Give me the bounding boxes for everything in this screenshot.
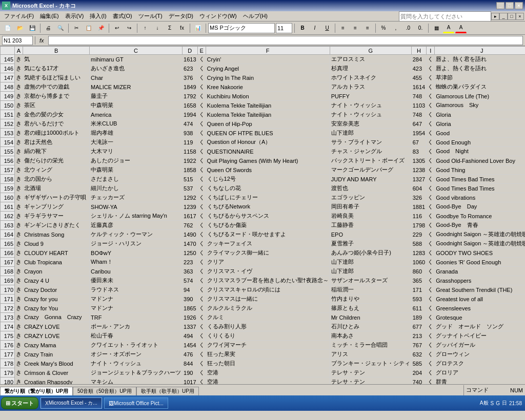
cell-h-153[interactable]: 1954: [411, 129, 426, 138]
cell-c-172[interactable]: マドンナ: [90, 304, 183, 313]
cell-a-176[interactable]: き: [15, 341, 23, 350]
cell-a-165[interactable]: き: [15, 239, 23, 248]
cell-f-155[interactable]: QUESTIONNAIRE: [206, 147, 330, 156]
cell-i-170[interactable]: く: [427, 285, 435, 295]
row-header[interactable]: 159: [1, 184, 15, 193]
cell-d-178[interactable]: 844: [183, 359, 197, 368]
col-header-c[interactable]: C: [90, 47, 183, 55]
cell-b-176[interactable]: Crazy Mama: [23, 341, 90, 350]
cell-b-148[interactable]: 虚無の中での遊戯: [23, 82, 90, 92]
cell-b-145[interactable]: 気: [23, 55, 90, 64]
cell-g-179[interactable]: テレサ・テン: [330, 368, 411, 377]
cell-i-162[interactable]: く: [427, 212, 435, 221]
cell-d-152[interactable]: 474: [183, 119, 197, 129]
cell-j-158[interactable]: Good Times Bad Times: [435, 175, 525, 184]
cell-j-167[interactable]: Goonies 'R' Good Enough: [435, 258, 525, 267]
cell-e-179[interactable]: く: [197, 368, 206, 377]
comma-button[interactable]: ,: [390, 23, 401, 33]
cell-h-173[interactable]: 189: [411, 313, 426, 322]
cell-e-155[interactable]: く: [197, 147, 206, 156]
cell-d-170[interactable]: 94: [183, 285, 197, 295]
table-row[interactable]: 180きCroatian Rhapsodyマキシム1017く空港テレサ・テン74…: [1, 377, 526, 385]
cell-j-145[interactable]: 唇よ、熱く君を語れ: [435, 55, 525, 64]
cell-d-180[interactable]: 1017: [183, 377, 197, 385]
cell-h-147[interactable]: 455: [411, 73, 426, 82]
col-header-d[interactable]: D: [183, 47, 197, 55]
row-header[interactable]: 169: [1, 276, 15, 285]
cell-h-156[interactable]: 1305: [411, 156, 426, 165]
cell-h-146[interactable]: 423: [411, 64, 426, 73]
cell-a-147[interactable]: き: [15, 73, 23, 82]
cell-j-151[interactable]: Gloria: [435, 110, 525, 119]
menu-file[interactable]: ファイル(F): [1, 12, 37, 20]
cell-f-152[interactable]: Queen of Hip-Pop: [206, 119, 330, 129]
cell-c-169[interactable]: 優田来未: [90, 276, 183, 285]
cell-e-145[interactable]: く: [197, 55, 206, 64]
cell-j-153[interactable]: Good: [435, 129, 525, 138]
cell-d-156[interactable]: 1922: [183, 156, 197, 165]
align-center-button[interactable]: ≡: [350, 23, 361, 33]
cell-g-175[interactable]: 南本あさ: [330, 331, 411, 341]
table-row[interactable]: 162きギラギラサマーシェリル・ノム starring May'n1617くくち…: [1, 212, 526, 221]
table-row[interactable]: 166きCLOUDY HEARTBOΦwY1250くクライマックス御一緒にあんみ…: [1, 248, 526, 258]
cell-e-171[interactable]: く: [197, 295, 206, 304]
cell-h-163[interactable]: 1798: [411, 221, 426, 230]
cell-b-154[interactable]: 君は天然色: [23, 138, 90, 147]
cell-j-164[interactable]: Goodnight Saigon ～英雄達の朝焼歌: [435, 230, 525, 239]
cell-i-173[interactable]: く: [427, 313, 435, 322]
cell-i-153[interactable]: く: [427, 129, 435, 138]
cell-h-151[interactable]: 748: [411, 110, 426, 119]
cell-h-172[interactable]: 611: [411, 304, 426, 313]
cell-f-174[interactable]: くるみ割り人形: [206, 322, 330, 331]
row-header[interactable]: 162: [1, 212, 15, 221]
cell-i-156[interactable]: く: [427, 156, 435, 165]
cell-a-173[interactable]: き: [15, 313, 23, 322]
cell-g-164[interactable]: EPO: [330, 230, 411, 239]
cell-d-176[interactable]: 1454: [183, 341, 197, 350]
cell-d-160[interactable]: 1292: [183, 193, 197, 202]
table-row[interactable]: 147き気絶するほど悩ましいChar376くCrying In The Rain…: [1, 73, 526, 82]
cell-a-146[interactable]: き: [15, 64, 23, 73]
cell-g-149[interactable]: PUFFY: [330, 92, 411, 101]
cell-b-146[interactable]: 気になる17才: [23, 64, 90, 73]
cell-i-160[interactable]: く: [427, 193, 435, 202]
cell-a-169[interactable]: き: [15, 276, 23, 285]
cell-d-175[interactable]: 494: [183, 331, 197, 341]
cell-f-145[interactable]: Cryin': [206, 55, 330, 64]
cell-a-180[interactable]: き: [15, 377, 23, 385]
table-row[interactable]: 171きCrazy for youマドンナ390くクリスマスは一緒に竹内まりや5…: [1, 295, 526, 304]
cell-a-170[interactable]: き: [15, 285, 23, 295]
cell-d-151[interactable]: 1994: [183, 110, 197, 119]
cell-e-175[interactable]: く: [197, 331, 206, 341]
window-controls-restore[interactable]: □: [508, 13, 516, 20]
table-row[interactable]: 167きClub TropicanaWham！223くクリア山下達郎1060くG…: [1, 258, 526, 267]
cell-d-174[interactable]: 1337: [183, 322, 197, 331]
cell-a-160[interactable]: き: [15, 193, 23, 202]
col-header-h[interactable]: H: [411, 47, 426, 55]
font-color-button[interactable]: A: [455, 23, 467, 33]
row-header[interactable]: 167: [1, 258, 15, 267]
sheet-tab-1[interactable]: 繋がり順（繋がり順）UP用: [0, 387, 73, 396]
cell-a-151[interactable]: き: [15, 110, 23, 119]
cell-d-158[interactable]: 515: [183, 175, 197, 184]
decrease-decimal-button[interactable]: 0.: [415, 23, 426, 33]
close-button[interactable]: ×: [515, 2, 523, 9]
cell-g-157[interactable]: マークゴールデンバーグ: [330, 165, 411, 175]
row-header[interactable]: 172: [1, 304, 15, 313]
table-row[interactable]: 163きギンギンにきりぎたく近藤真彦762くくちびるか傷薬工藤静香1798くGo…: [1, 221, 526, 230]
cell-d-161[interactable]: 1239: [183, 202, 197, 212]
cell-c-151[interactable]: America: [90, 110, 183, 119]
cell-c-179[interactable]: ジョーンジェット＆ブラックハーツ: [90, 368, 183, 377]
cell-j-147[interactable]: 草津節: [435, 73, 525, 82]
cell-g-177[interactable]: アリス: [330, 350, 411, 359]
open-button[interactable]: 📂: [14, 23, 26, 33]
cell-j-149[interactable]: Glamorous Life (The): [435, 92, 525, 101]
cell-e-152[interactable]: く: [197, 119, 206, 129]
cell-j-175[interactable]: グッナイトベイビー: [435, 331, 525, 341]
cell-h-152[interactable]: 647: [411, 119, 426, 129]
taskbar-office-pict[interactable]: 🖼 Microsoft Office Pict...: [104, 397, 168, 409]
cell-f-166[interactable]: クライマックス御一緒に: [206, 248, 330, 258]
cell-f-173[interactable]: クルミ: [206, 313, 330, 322]
cell-b-151[interactable]: 金色の髪の少女: [23, 110, 90, 119]
cell-f-178[interactable]: 狂った朝日: [206, 359, 330, 368]
